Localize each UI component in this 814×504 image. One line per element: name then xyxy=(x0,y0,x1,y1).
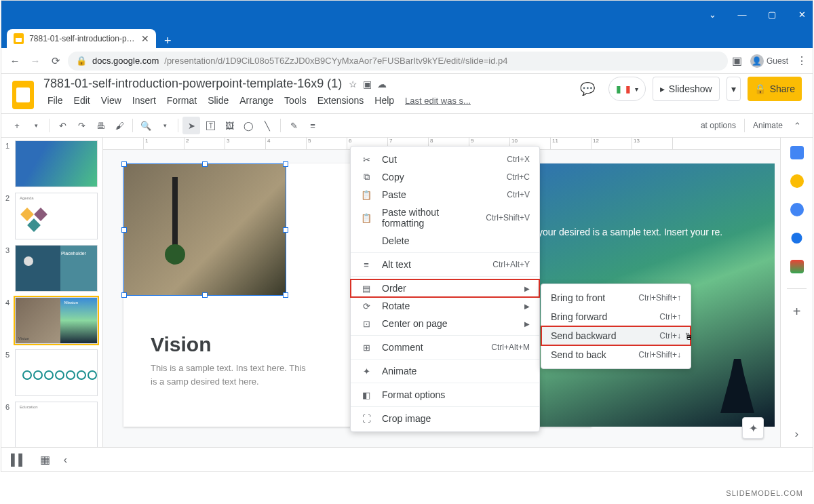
menu-crop-image[interactable]: ⛶Crop image xyxy=(351,410,539,427)
minimize-icon[interactable]: — xyxy=(737,9,748,20)
thumbnail-6[interactable]: 6 Education xyxy=(5,402,98,447)
paste-icon: 📋 xyxy=(360,190,372,200)
resize-handle[interactable] xyxy=(202,292,208,298)
menu-slide[interactable]: Slide xyxy=(204,94,233,107)
comments-button[interactable]: 💬 xyxy=(573,77,602,101)
close-window-icon[interactable]: ✕ xyxy=(796,9,807,20)
menu-help[interactable]: Help xyxy=(370,94,398,107)
share-button[interactable]: 🔒 Share xyxy=(748,77,802,101)
explore-button[interactable]: ✦ xyxy=(742,417,764,439)
menu-animate[interactable]: ✦Animate xyxy=(351,362,539,380)
contacts-icon[interactable] xyxy=(790,231,804,245)
filmstrip-view-icon[interactable]: ▌▌ xyxy=(11,454,26,466)
menu-cut[interactable]: ✂CutCtrl+X xyxy=(351,151,539,168)
document-title[interactable]: 7881-01-self-introduction-powerpoint-tem… xyxy=(43,77,342,91)
print-icon[interactable]: 🖶 xyxy=(92,117,109,134)
slideshow-button[interactable]: ▸ Slideshow xyxy=(653,77,720,101)
move-icon[interactable]: ▣ xyxy=(363,79,372,90)
thumbnail-3[interactable]: 3 Placeholder xyxy=(5,245,98,292)
new-slide-dropdown[interactable]: ▾ xyxy=(27,117,45,134)
menu-extensions[interactable]: Extensions xyxy=(313,94,368,107)
slideshow-dropdown[interactable]: ▾ xyxy=(726,77,741,101)
menu-format[interactable]: Format xyxy=(163,94,201,107)
menu-rotate[interactable]: ⟳Rotate▶ xyxy=(351,297,539,315)
format-options-link[interactable]: at options xyxy=(697,121,740,130)
maps-icon[interactable] xyxy=(790,260,804,273)
forward-icon[interactable]: → xyxy=(27,55,43,66)
menu-edit[interactable]: Edit xyxy=(70,94,94,107)
new-tab-button[interactable]: + xyxy=(156,34,180,48)
menu-file[interactable]: File xyxy=(43,94,67,107)
close-tab-icon[interactable]: ✕ xyxy=(141,33,149,44)
shape-icon[interactable]: ◯ xyxy=(239,117,257,134)
resize-handle[interactable] xyxy=(283,292,288,298)
undo-icon[interactable]: ↶ xyxy=(54,117,71,134)
select-tool-icon[interactable]: ➤ xyxy=(182,117,200,134)
resize-handle[interactable] xyxy=(283,161,288,167)
textbox-icon[interactable]: 🅃 xyxy=(201,117,219,134)
maximize-icon[interactable]: ▢ xyxy=(767,9,777,20)
image-icon[interactable]: 🖼 xyxy=(220,117,238,134)
resize-handle[interactable] xyxy=(121,292,127,298)
meet-button[interactable]: ▮▮ ▾ xyxy=(608,77,646,101)
paint-format-icon[interactable]: 🖌 xyxy=(111,117,128,134)
menu-center-on-page[interactable]: ⊡Center on page▶ xyxy=(351,315,539,332)
resize-handle[interactable] xyxy=(121,227,127,233)
collapse-filmstrip-icon[interactable]: ‹ xyxy=(64,454,67,466)
border-color-icon[interactable]: ✎ xyxy=(285,117,303,134)
menu-view[interactable]: View xyxy=(97,94,125,107)
menu-insert[interactable]: Insert xyxy=(128,94,160,107)
thumbnail-2[interactable]: 2 Agenda xyxy=(5,193,98,239)
zoom-icon[interactable]: 🔍 xyxy=(137,117,155,134)
last-edit-link[interactable]: Last edit was s... xyxy=(401,94,475,107)
add-addon-icon[interactable]: + xyxy=(793,304,801,319)
resize-handle[interactable] xyxy=(121,161,127,167)
menu-copy[interactable]: ⧉CopyCtrl+C xyxy=(351,168,539,186)
grid-view-icon[interactable]: ▦ xyxy=(40,453,50,466)
menu-arrange[interactable]: Arrange xyxy=(235,94,277,107)
slides-logo-icon[interactable] xyxy=(12,81,37,113)
panel-icon[interactable]: ▣ xyxy=(732,54,742,67)
animate-link[interactable]: Animate xyxy=(749,121,787,130)
expand-panel-icon[interactable]: › xyxy=(795,428,798,447)
resize-handle[interactable] xyxy=(202,161,208,167)
vision-text-block[interactable]: Vision This is a sample text. Ins text h… xyxy=(151,333,307,388)
new-slide-button[interactable]: + xyxy=(8,117,26,134)
thumbnail-4[interactable]: 4 Vision Mission xyxy=(5,297,98,344)
profile-chip[interactable]: 👤 Guest xyxy=(750,54,788,68)
url-input[interactable]: 🔒 docs.google.com/presentation/d/1D9CiL0… xyxy=(68,52,728,71)
keep-icon[interactable] xyxy=(790,174,804,188)
menu-paste-without-formatting[interactable]: 📋Paste without formattingCtrl+Shift+V xyxy=(351,203,539,232)
back-icon[interactable]: ← xyxy=(7,55,23,66)
menu-tools[interactable]: Tools xyxy=(280,94,311,107)
resize-handle[interactable] xyxy=(283,227,288,233)
submenu-send-to-back[interactable]: Send to backCtrl+Shift+↓ xyxy=(541,345,691,364)
thumbnail-5[interactable]: 5 xyxy=(5,349,98,396)
menu-paste[interactable]: 📋PasteCtrl+V xyxy=(351,186,539,203)
border-weight-icon[interactable]: ≡ xyxy=(304,117,322,134)
cloud-icon[interactable]: ☁ xyxy=(377,79,387,90)
browser-tab[interactable]: 7881-01-self-introduction-powe ✕ xyxy=(7,29,156,48)
calendar-icon[interactable] xyxy=(790,146,804,159)
kebab-menu-icon[interactable]: ⋮ xyxy=(796,54,807,67)
redo-icon[interactable]: ↷ xyxy=(73,117,90,134)
menu-format-options[interactable]: ◧Format options xyxy=(351,386,539,404)
line-icon[interactable]: ╲ xyxy=(258,117,276,134)
url-path: /presentation/d/1D9CiL08o5T6ZzJD0xB9CYyM… xyxy=(164,56,507,66)
submenu-bring-to-front[interactable]: Bring to frontCtrl+Shift+↑ xyxy=(541,288,691,307)
slide-thumbnail-panel: 1 2 Agenda 3 Placeholder 4 Vision Missio… xyxy=(1,138,103,447)
menu-delete[interactable]: Delete xyxy=(351,232,539,250)
selected-image[interactable] xyxy=(123,163,286,296)
chevron-down-icon[interactable]: ⌄ xyxy=(707,9,718,20)
star-icon[interactable]: ☆ xyxy=(349,79,357,90)
reload-icon[interactable]: ⟳ xyxy=(47,55,64,67)
submenu-bring-forward[interactable]: Bring forwardCtrl+↑ xyxy=(541,307,691,326)
submenu-send-backward[interactable]: Send backwardCtrl+↓ xyxy=(541,326,691,345)
menu-order[interactable]: ▤Order▶ xyxy=(351,279,539,297)
menu-alt-text[interactable]: ≡Alt textCtrl+Alt+Y xyxy=(351,256,539,273)
zoom-dropdown[interactable]: ▾ xyxy=(156,117,174,134)
tasks-icon[interactable] xyxy=(790,203,804,216)
menu-comment[interactable]: ⊞CommentCtrl+Alt+M xyxy=(351,338,539,356)
collapse-icon[interactable]: ⌃ xyxy=(788,117,806,134)
thumbnail-1[interactable]: 1 xyxy=(5,140,98,187)
